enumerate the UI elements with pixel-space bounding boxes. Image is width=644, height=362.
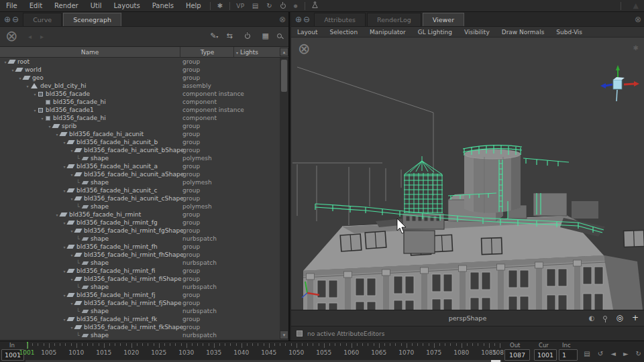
power-icon[interactable]: [280, 3, 286, 9]
render-view-icon[interactable]: ▦: [262, 32, 269, 40]
ruler-frame-label[interactable]: 1045: [261, 349, 276, 356]
ruler-frame-label[interactable]: 1020: [123, 349, 139, 356]
remove-pane-icon[interactable]: ⊖: [303, 15, 310, 23]
tree-row[interactable]: ▾geogroup: [0, 74, 288, 82]
ruler-frame-label[interactable]: 1001: [19, 349, 35, 356]
step-forward-icon[interactable]: ►: [623, 350, 629, 357]
slate-icon[interactable]: ▤: [248, 2, 262, 9]
refresh-icon[interactable]: ↻: [262, 2, 276, 9]
ruler-frame-label[interactable]: 1065: [371, 349, 386, 356]
tree-row[interactable]: ▾dev_bld_city_hiassembly: [0, 82, 288, 90]
ruler-frame-label[interactable]: 1010: [68, 349, 84, 356]
viewer-menu-visibility[interactable]: Visibility: [458, 29, 496, 36]
tree-row[interactable]: ▾bld356_facade_hi_rmint_fkgroup: [0, 315, 288, 323]
tab-scenegraph[interactable]: Scenegraph: [63, 13, 121, 26]
expander-icon[interactable]: ▾: [32, 92, 38, 97]
ruler-frame-label[interactable]: 1070: [398, 349, 414, 356]
pencil-icon[interactable]: ✎▾: [210, 32, 218, 40]
working-set-power-icon[interactable]: [245, 34, 250, 39]
tree-row[interactable]: └shapenurbspatch: [0, 235, 288, 243]
tree-row[interactable]: ▾rootgroup: [0, 58, 288, 66]
expand-collapse-icon[interactable]: ⇆: [226, 32, 232, 40]
vp-toggle[interactable]: VP: [233, 3, 248, 9]
add-icon[interactable]: +: [632, 313, 639, 322]
tree-row[interactable]: ▾bld356_facade_hi_rmint_fkShapegroup: [0, 323, 288, 331]
tree-row[interactable]: ▾bld356_facade_hi_rmintgroup: [0, 210, 288, 219]
tree-row[interactable]: └shapepolymesh: [0, 178, 288, 186]
tree-row[interactable]: ▾spribgroup: [0, 122, 288, 130]
tree-row[interactable]: ▾bld356_facade_hicomponent: [0, 114, 288, 122]
tree-row[interactable]: └shapepolymesh: [0, 202, 288, 210]
menu-file[interactable]: File: [0, 1, 23, 11]
forward-arrow-icon[interactable]: ▸: [40, 33, 44, 40]
ruler-frame-label[interactable]: 1035: [206, 349, 221, 356]
tab-viewer[interactable]: Viewer: [423, 13, 464, 26]
tree-row[interactable]: ▾bld356_facade_hi_acunitgroup: [0, 130, 288, 138]
tree-row[interactable]: ▾bld356_facade_hi_acunit_cgroup: [0, 186, 288, 194]
menu-help[interactable]: Help: [180, 1, 207, 11]
inc-field[interactable]: 1: [559, 349, 578, 361]
close-pane-icon[interactable]: ⊗: [635, 15, 641, 24]
viewer-menu-layout[interactable]: Layout: [291, 29, 324, 36]
expander-icon[interactable]: ▾: [32, 108, 38, 113]
menu-layouts[interactable]: Layouts: [108, 1, 146, 11]
viewer-menu-selection[interactable]: Selection: [324, 29, 364, 36]
step-backward-icon[interactable]: ◄: [610, 350, 616, 357]
viewer-settings-icon[interactable]: ✱: [633, 44, 639, 52]
column-name[interactable]: Name: [0, 49, 180, 56]
tree-row[interactable]: └shapenurbspatch: [0, 331, 288, 339]
tree-row[interactable]: bld356_facade_hicomponent: [0, 98, 288, 106]
tree-row[interactable]: └shapenurbspatch: [0, 307, 288, 315]
tab-attributes[interactable]: Attributes: [314, 13, 366, 26]
frame-ruler[interactable]: 1001100510101015102010251030103510401045…: [25, 341, 504, 362]
tree-row[interactable]: ▾bld356_facade_hi_acunit_bShapegroup: [0, 146, 288, 154]
loop-back-icon[interactable]: ↺: [598, 350, 603, 357]
add-pane-icon[interactable]: ⊕: [295, 15, 302, 23]
viewer-clear-icon[interactable]: ⊗: [298, 40, 310, 57]
tree-row[interactable]: ▾bld356_facade_hi_rmint_fiShapegroup: [0, 275, 288, 283]
tab-renderlog[interactable]: RenderLog: [367, 13, 421, 26]
ruler-frame-label[interactable]: 1080: [453, 349, 469, 356]
loop-forward-icon[interactable]: ↻: [636, 350, 641, 357]
viewer-menu-draw-normals[interactable]: Draw Normals: [496, 29, 551, 36]
ruler-frame-label[interactable]: 1050: [288, 349, 304, 356]
scroll-up-icon[interactable]: ▴: [280, 48, 288, 56]
column-lights[interactable]: ▾ Lights: [236, 49, 258, 56]
menu-panels[interactable]: Panels: [146, 1, 180, 11]
tree-row[interactable]: ▾bld356_facade_hi_rmint_fjgroup: [0, 291, 288, 299]
viewer-menu-gl-lighting[interactable]: GL Lighting: [412, 29, 458, 36]
tree-row[interactable]: ▾bld356_facade_hi_rmint_fjShapegroup: [0, 299, 288, 307]
expander-icon[interactable]: ▾: [25, 84, 30, 88]
pin-icon[interactable]: [603, 316, 607, 320]
cur-frame-field[interactable]: 1001: [534, 349, 557, 361]
viewer-menu-manipulator[interactable]: Manipulator: [364, 29, 412, 36]
ruler-frame-label[interactable]: 1060: [343, 349, 359, 356]
add-pane-icon[interactable]: ⊕: [4, 15, 11, 23]
tree-scrollbar-thumb[interactable]: [281, 60, 287, 92]
ruler-frame-label[interactable]: 1075: [426, 349, 441, 356]
ruler-frame-label[interactable]: 1025: [151, 349, 166, 356]
ruler-frame-label[interactable]: 1055: [316, 349, 331, 356]
expander-icon[interactable]: ▾: [40, 116, 45, 121]
ruler-frame-label[interactable]: 1005: [41, 349, 56, 356]
tree-row[interactable]: ▾bld356_facade_hi_acunit_aShapegroup: [0, 170, 288, 178]
tree-row[interactable]: ▾worldgroup: [0, 66, 288, 74]
ruler-frame-label[interactable]: 1030: [178, 349, 194, 356]
menu-util[interactable]: Util: [85, 1, 108, 11]
tree-row[interactable]: ▾bld356_facade_hi_rmint_fhShapegroup: [0, 251, 288, 259]
viewer-menu-subd-vis[interactable]: Subd-Vis: [550, 29, 588, 36]
close-pane-icon[interactable]: ⊗: [279, 15, 286, 24]
back-arrow-icon[interactable]: ◂: [28, 33, 32, 40]
ruler-frame-label[interactable]: 1040: [233, 349, 249, 356]
tab-curve[interactable]: Curve: [23, 13, 62, 26]
column-type[interactable]: Type: [182, 49, 232, 56]
tree-row[interactable]: ▾bld356_facade_hi_acunit_cShapegroup: [0, 194, 288, 202]
tree-row[interactable]: ▾bld356_facade_hi_rmint_fgShapegroup: [0, 227, 288, 235]
tree-row[interactable]: ▾bld356_facade_hi_rmint_fggroup: [0, 219, 288, 227]
flask-icon[interactable]: [308, 1, 322, 10]
menu-render[interactable]: Render: [48, 1, 85, 11]
eye-icon[interactable]: ◐: [589, 314, 595, 322]
tree-row[interactable]: ▾bld356_facade_hi_rmint_figroup: [0, 267, 288, 275]
small-status-icon[interactable]: ●: [290, 3, 302, 9]
search-icon[interactable]: [277, 34, 282, 38]
